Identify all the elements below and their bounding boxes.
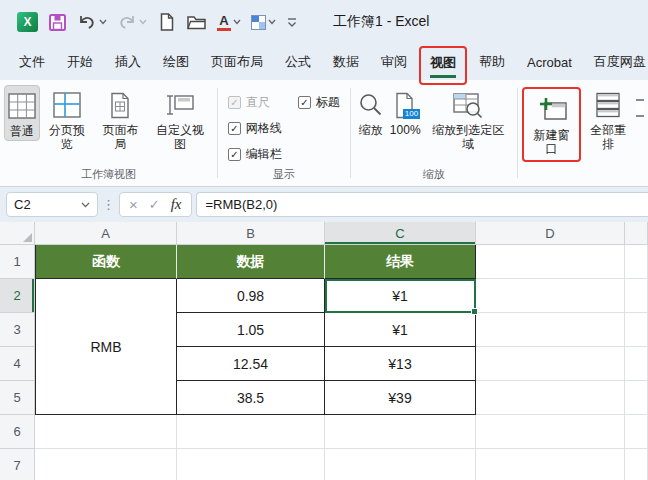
tab-review[interactable]: 审阅 <box>370 45 418 79</box>
insert-function-icon[interactable]: fx <box>171 196 182 213</box>
cell-a1-table-header[interactable]: 函数 <box>35 245 177 279</box>
cell-b1-table-header[interactable]: 数据 <box>177 245 325 279</box>
cell-e3[interactable] <box>625 313 648 347</box>
cell-b3[interactable]: 1.05 <box>177 313 325 347</box>
headings-checkbox[interactable]: ✓ 标题 <box>298 94 340 111</box>
formula-bar-checkbox[interactable]: ✓ 编辑栏 <box>228 146 282 163</box>
new-window-button[interactable]: 新建窗口 <box>525 90 579 159</box>
font-color-button[interactable]: A <box>212 7 246 37</box>
undo-dropdown-icon[interactable] <box>99 19 107 25</box>
save-icon <box>48 13 67 32</box>
cancel-entry-icon[interactable]: × <box>129 197 138 212</box>
tab-help[interactable]: 帮助 <box>468 45 516 79</box>
row-header-7[interactable]: 7 <box>0 449 35 480</box>
cell-e2[interactable] <box>625 279 648 313</box>
redo-dropdown-icon <box>139 19 147 25</box>
open-file-button[interactable] <box>181 7 212 37</box>
cell-b5[interactable]: 38.5 <box>177 381 325 415</box>
cell-a6[interactable] <box>35 415 177 449</box>
zoom-100-button[interactable]: 100 100% <box>387 85 424 139</box>
cell-c1-table-header[interactable]: 结果 <box>325 245 476 279</box>
row-header-1[interactable]: 1 <box>0 245 35 279</box>
cell-e7[interactable] <box>625 449 648 480</box>
font-color-icon: A <box>217 14 231 31</box>
name-box[interactable]: C2 <box>6 192 98 217</box>
row-header-3[interactable]: 3 <box>0 313 35 347</box>
cell-e5[interactable] <box>625 381 648 415</box>
cell-b6[interactable] <box>177 415 325 449</box>
cell-e1[interactable] <box>625 245 648 279</box>
row-header-5[interactable]: 5 <box>0 381 35 415</box>
col-header-a[interactable]: A <box>35 222 177 245</box>
col-header-b[interactable]: B <box>177 222 325 245</box>
cell-b7[interactable] <box>177 449 325 480</box>
cell-d2[interactable] <box>476 279 625 313</box>
zoom-100-icon: 100 <box>394 90 416 120</box>
tab-home[interactable]: 开始 <box>56 45 104 79</box>
quick-access-toolbar: X <box>12 7 303 37</box>
arrange-all-button[interactable]: 全部重排 <box>581 85 635 154</box>
cell-d4[interactable] <box>476 347 625 381</box>
page-layout-view-button[interactable]: 页面布局 <box>94 85 148 154</box>
undo-button[interactable] <box>72 7 112 37</box>
zoom-button[interactable]: 缩放 <box>355 85 387 139</box>
cell-c5[interactable]: ¥39 <box>325 381 476 415</box>
cell-d6[interactable] <box>476 415 625 449</box>
cell-b2[interactable]: 0.98 <box>177 279 325 313</box>
col-header-e-partial[interactable] <box>625 222 648 245</box>
confirm-entry-icon[interactable]: ✓ <box>149 198 160 211</box>
cell-style-icon <box>251 15 266 30</box>
qat-overflow-button[interactable] <box>281 7 303 37</box>
cell-e4[interactable] <box>625 347 648 381</box>
freeze-panes-button-cutoff[interactable] <box>636 85 644 130</box>
save-button[interactable] <box>43 7 72 37</box>
cell-c6[interactable] <box>325 415 476 449</box>
tab-insert[interactable]: 插入 <box>104 45 152 79</box>
tab-data[interactable]: 数据 <box>322 45 370 79</box>
tab-draw[interactable]: 绘图 <box>152 45 200 79</box>
cell-c7[interactable] <box>325 449 476 480</box>
cell-d1[interactable] <box>476 245 625 279</box>
row-header-2-selected[interactable]: 2 <box>0 279 35 313</box>
gridlines-checkbox[interactable]: ✓ 网格线 <box>228 120 282 137</box>
zoom-icon <box>358 90 384 120</box>
tab-formulas[interactable]: 公式 <box>274 45 322 79</box>
tab-acrobat[interactable]: Acrobat <box>516 47 583 78</box>
page-break-preview-button[interactable]: 分页预览 <box>40 85 94 154</box>
cell-c3[interactable]: ¥1 <box>325 313 476 347</box>
cell-style-dropdown-icon[interactable] <box>268 19 276 25</box>
undo-icon <box>77 13 97 31</box>
cell-c2-active[interactable]: ¥1 <box>325 279 476 313</box>
formula-bar-grip-icon[interactable]: ⋮ <box>98 197 119 212</box>
excel-logo-icon[interactable]: X <box>12 7 43 37</box>
cell-style-button[interactable] <box>246 7 281 37</box>
tab-page-layout[interactable]: 页面布局 <box>200 45 274 79</box>
cell-b4[interactable]: 12.54 <box>177 347 325 381</box>
row-header-4[interactable]: 4 <box>0 347 35 381</box>
tab-baidu-netdisk[interactable]: 百度网盘 <box>583 45 648 79</box>
formula-input[interactable]: =RMB(B2,0) <box>196 192 648 217</box>
font-color-dropdown-icon[interactable] <box>233 19 241 25</box>
col-header-c-selected[interactable]: C <box>325 222 476 245</box>
headings-checkbox-icon: ✓ <box>298 96 311 109</box>
redo-button[interactable] <box>112 7 152 37</box>
select-all-corner[interactable] <box>0 222 35 245</box>
cell-c4[interactable]: ¥13 <box>325 347 476 381</box>
cell-d7[interactable] <box>476 449 625 480</box>
cell-a2-merged-function[interactable]: RMB <box>35 279 177 415</box>
custom-views-button[interactable]: 自定义视图 <box>147 85 213 154</box>
row-header-6[interactable]: 6 <box>0 415 35 449</box>
normal-view-button[interactable]: 普通 <box>4 85 40 141</box>
zoom-to-selection-button[interactable]: 缩放到选定区域 <box>424 85 513 154</box>
cell-d3[interactable] <box>476 313 625 347</box>
ribbon-tab-bar: 文件 开始 插入 绘图 页面布局 公式 数据 审阅 视图 帮助 Acrobat … <box>0 44 648 80</box>
cell-e6[interactable] <box>625 415 648 449</box>
tab-file[interactable]: 文件 <box>8 45 56 79</box>
tab-view[interactable]: 视图 <box>419 46 467 85</box>
cell-a7[interactable] <box>35 449 177 480</box>
new-file-icon <box>157 12 176 32</box>
cell-d5[interactable] <box>476 381 625 415</box>
col-header-d[interactable]: D <box>476 222 625 245</box>
new-file-button[interactable] <box>152 7 181 37</box>
name-box-dropdown-icon[interactable] <box>81 202 90 208</box>
